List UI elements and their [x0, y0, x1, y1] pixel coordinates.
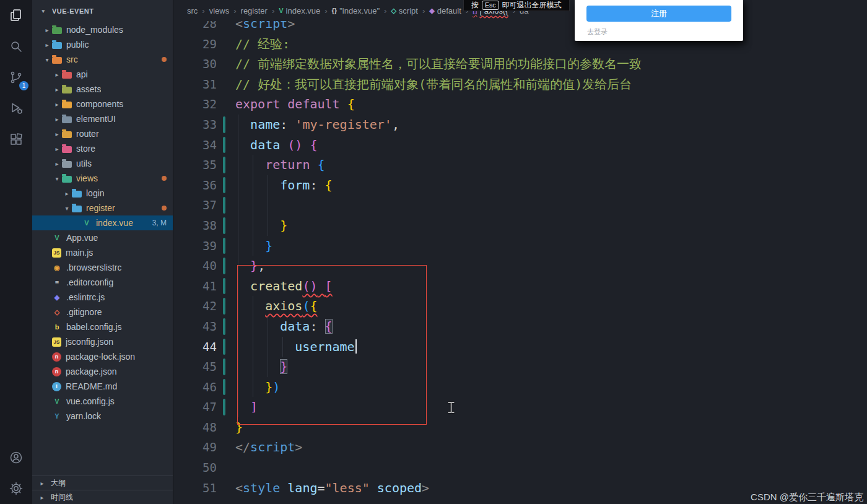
modified-dot: [162, 57, 167, 62]
code-line-49[interactable]: 49</script>: [173, 437, 867, 458]
breadcrumb-item-src[interactable]: src: [187, 6, 198, 15]
breadcrumb-separator-icon: ›: [384, 6, 386, 15]
line-number: 31: [173, 74, 217, 95]
code-line-30[interactable]: 30// 前端绑定数据对象属性名，可以直接给要调用的功能接口的参数名一致: [173, 54, 867, 74]
tree-item-components[interactable]: ▸components: [32, 97, 173, 111]
chevron-right-icon: ▸: [42, 41, 52, 48]
editor-pane[interactable]: 28<script>29// 经验:30// 前端绑定数据对象属性名，可以直接给…: [173, 0, 867, 504]
tree-item-.browserslistrc[interactable]: ◉.browserslistrc: [32, 260, 173, 275]
activity-settings-icon[interactable]: [0, 473, 32, 504]
tree-item-elementUI[interactable]: ▸elementUI: [32, 111, 173, 126]
code-line-31[interactable]: 31// 好处：我可以直接把前端对象(带着同名的属性和前端的值)发给后台: [173, 74, 867, 95]
activity-account-icon[interactable]: [0, 442, 32, 473]
chevron-right-icon: ▸: [52, 116, 62, 123]
code-text: // 前端绑定数据对象属性名，可以直接给要调用的功能接口的参数名一致: [235, 54, 642, 74]
tooltip-prefix: 按: [471, 0, 479, 11]
tree-item-store[interactable]: ▸store: [32, 141, 173, 156]
code-line-39[interactable]: 39 }: [173, 236, 867, 256]
tree-item-src[interactable]: ▾src: [32, 52, 173, 67]
chevron-down-icon: ▾: [52, 175, 62, 182]
git-modified-gutter: [223, 116, 225, 133]
register-button[interactable]: 注册: [586, 6, 731, 22]
tree-item-utils[interactable]: ▸utils: [32, 156, 173, 171]
breadcrumb-item--index.vue-[interactable]: {}"index.vue": [332, 6, 380, 15]
chevron-right-icon: ▸: [52, 160, 62, 167]
tree-item-.editorconfig[interactable]: ≡.editorconfig: [32, 275, 173, 290]
folder-api-icon: [62, 72, 72, 79]
tree-item-label: login: [86, 188, 105, 198]
chevron-right-icon: ▸: [52, 101, 62, 108]
tree-item-assets[interactable]: ▸assets: [32, 82, 173, 97]
outline-panel-header[interactable]: ▸ 大纲: [32, 476, 173, 490]
tree-item-App.vue[interactable]: VApp.vue: [32, 230, 173, 245]
tree-item-views[interactable]: ▾views: [32, 171, 173, 186]
code-line-29[interactable]: 29// 经验:: [173, 34, 867, 54]
tree-item-register[interactable]: ▾register: [32, 201, 173, 215]
tree-item-main.js[interactable]: JSmain.js: [32, 245, 173, 260]
npm-icon: n: [52, 352, 61, 362]
breadcrumb-item-views[interactable]: views: [209, 6, 230, 15]
tree-item-vue.config.js[interactable]: Vvue.config.js: [32, 394, 173, 409]
go-login-link[interactable]: 去登录: [587, 27, 608, 37]
activity-explorer-icon[interactable]: [0, 0, 32, 31]
code-line-36[interactable]: 36 form: {: [173, 175, 867, 196]
explorer-project-header[interactable]: ▾ VUE-EVENT: [32, 0, 173, 17]
tree-item-package-lock.json[interactable]: npackage-lock.json: [32, 349, 173, 364]
breadcrumb-item-script[interactable]: ◇script: [391, 6, 418, 15]
line-number: 37: [173, 195, 217, 215]
line-number: 34: [173, 135, 217, 155]
code-line-35[interactable]: 35 return {: [173, 155, 867, 175]
npm-icon: n: [52, 367, 61, 376]
tree-item-label: .editorconfig: [66, 277, 113, 287]
activity-extensions-icon[interactable]: [0, 124, 32, 155]
tree-item-public[interactable]: ▸public: [32, 37, 173, 52]
yarn-icon: Y: [52, 412, 62, 420]
tree-item-router[interactable]: ▸router: [32, 126, 173, 141]
tree-item-node_modules[interactable]: ▸node_modules: [32, 22, 173, 37]
tree-item-yarn.lock[interactable]: Yyarn.lock: [32, 409, 173, 424]
chevron-right-icon: ▸: [37, 494, 47, 501]
tree-item-label: src: [66, 54, 78, 64]
tree-item-label: assets: [76, 84, 101, 94]
js-icon: JS: [52, 248, 61, 258]
tree-item-index.vue[interactable]: Vindex.vue3, M: [32, 215, 173, 230]
code-text: form: {: [235, 175, 333, 196]
breadcrumb-item-register[interactable]: register: [241, 6, 268, 15]
breadcrumb-item-default[interactable]: ◆default: [429, 6, 461, 15]
timeline-panel-header[interactable]: ▸ 时间线: [32, 490, 173, 504]
line-number: 46: [173, 377, 217, 398]
activity-run-debug-icon[interactable]: [0, 93, 32, 124]
tree-item-.gitignore[interactable]: ◇.gitignore: [32, 305, 173, 319]
tree-item-label: components: [76, 99, 123, 109]
chevron-down-icon: ▾: [62, 205, 72, 212]
folder-store-icon: [62, 146, 72, 153]
folder-register-icon: [72, 206, 82, 212]
chevron-right-icon: ▸: [52, 71, 62, 78]
line-number: 39: [173, 236, 217, 256]
csdn-watermark: CSDN @爱你三千遍斯塔克: [751, 492, 863, 503]
tree-item-label: elementUI: [76, 114, 116, 124]
line-number: 30: [173, 54, 217, 74]
vue-icon: V: [82, 219, 92, 227]
tree-item-README.md[interactable]: iREADME.md: [32, 379, 173, 394]
code-line-37[interactable]: 37: [173, 195, 867, 215]
code-line-38[interactable]: 38 }: [173, 215, 867, 236]
tree-item-jsconfig.json[interactable]: JSjsconfig.json: [32, 334, 173, 349]
code-line-50[interactable]: 50: [173, 458, 867, 478]
symbol-module-icon: ◇: [391, 7, 396, 15]
activity-source-control-icon[interactable]: 1: [0, 62, 32, 93]
tree-item-babel.config.js[interactable]: bbabel.config.js: [32, 319, 173, 334]
tree-item-api[interactable]: ▸api: [32, 67, 173, 82]
tree-item-.eslintrc.js[interactable]: ◆.eslintrc.js: [32, 290, 173, 305]
editorconfig-icon: ≡: [52, 279, 62, 286]
code-line-34[interactable]: 34 data () {: [173, 135, 867, 155]
git-modified-gutter: [223, 197, 225, 214]
tree-item-login[interactable]: ▸login: [32, 186, 173, 201]
code-lines[interactable]: 28<script>29// 经验:30// 前端绑定数据对象属性名，可以直接给…: [173, 14, 867, 498]
tree-item-label: public: [66, 40, 89, 50]
tree-item-package.json[interactable]: npackage.json: [32, 364, 173, 379]
code-line-33[interactable]: 33 name: 'my-register',: [173, 115, 867, 135]
activity-search-icon[interactable]: [0, 31, 32, 62]
code-line-32[interactable]: 32export default {: [173, 94, 867, 115]
breadcrumb-item-index.vue[interactable]: Vindex.vue: [279, 6, 320, 15]
